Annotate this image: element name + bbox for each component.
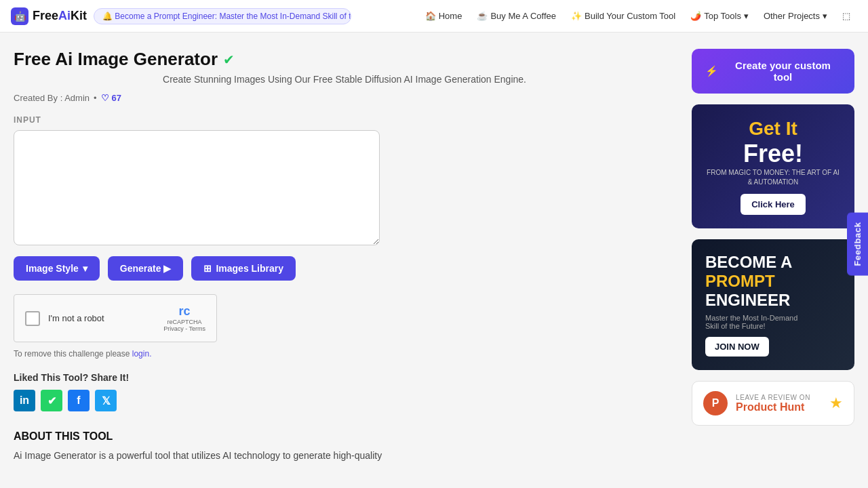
chevron-down-icon-2: ▾ bbox=[823, 11, 827, 21]
fire-icon: 🌶️ bbox=[690, 11, 701, 21]
share-icons: in ✔ f 𝕏 bbox=[14, 390, 675, 411]
images-library-label: Images Library bbox=[216, 263, 283, 274]
ph-name: Product Hunt bbox=[736, 401, 821, 413]
ad-free-text: Free! bbox=[705, 140, 841, 168]
tool-meta: Created By : Admin • ♡ 67 bbox=[14, 93, 675, 103]
recaptcha-subtext: To remove this challenge please login. bbox=[14, 349, 675, 359]
chevron-down-icon-3: ▾ bbox=[83, 263, 87, 274]
nav-other-projects[interactable]: Other Projects ▾ bbox=[757, 7, 834, 25]
nav-top-tools[interactable]: 🌶️ Top Tools ▾ bbox=[684, 7, 755, 25]
nav-buy-coffee[interactable]: ☕ Buy Me A Coffee bbox=[470, 7, 563, 25]
share-title: Liked This Tool? Share It! bbox=[14, 372, 675, 383]
recaptcha-privacy: Privacy bbox=[163, 325, 184, 332]
about-text: Ai Image Generator is a powerful tool th… bbox=[14, 448, 675, 463]
about-title: ABOUT THIS TOOL bbox=[14, 430, 675, 443]
lightning-icon: ⚡ bbox=[705, 65, 718, 77]
heart-icon: ♡ bbox=[101, 93, 109, 103]
recaptcha-brand: reCAPTCHA bbox=[163, 319, 205, 325]
created-by-label: Created By : Admin bbox=[14, 93, 90, 103]
logo-kit: Kit bbox=[71, 9, 87, 22]
product-hunt-card[interactable]: P LEAVE A REVIEW ON Product Hunt ★ bbox=[692, 381, 854, 426]
product-hunt-text: LEAVE A REVIEW ON Product Hunt bbox=[736, 394, 821, 413]
login-link[interactable]: login. bbox=[132, 349, 152, 359]
tool-subtitle: Create Stunning Images Using Our Free St… bbox=[14, 74, 675, 85]
navbar: 🤖 FreeAiKit 🔔 Become a Prompt Engineer: … bbox=[0, 0, 868, 33]
input-textarea[interactable] bbox=[14, 130, 380, 245]
sparkle-icon: ✨ bbox=[571, 11, 582, 21]
ph-leave-review: LEAVE A REVIEW ON bbox=[736, 394, 821, 401]
create-tool-button[interactable]: ⚡ Create your custom tool bbox=[692, 49, 854, 94]
facebook-share-icon[interactable]: f bbox=[68, 390, 90, 411]
chevron-down-icon: ▾ bbox=[744, 11, 749, 21]
library-icon: ⊞ bbox=[203, 263, 212, 274]
ad-get-free: Get It Free! FROM MAGIC TO MONEY: THE AR… bbox=[692, 104, 854, 228]
ad-get-it-text: Get It bbox=[705, 118, 841, 140]
main-content: Free Ai Image Generator ✔ Create Stunnin… bbox=[14, 49, 675, 463]
home-icon: 🏠 bbox=[425, 11, 436, 21]
recaptcha-checkbox[interactable] bbox=[25, 311, 40, 326]
navbar-right: 🏠 Home ☕ Buy Me A Coffee ✨ Build Your Cu… bbox=[418, 7, 857, 25]
product-hunt-logo: P bbox=[703, 391, 728, 415]
generate-label: Generate ▶ bbox=[120, 263, 172, 274]
ad-desc-text: Master the Most In-DemandSkill of the Fu… bbox=[705, 314, 841, 330]
ticker-banner: 🔔 Become a Prompt Engineer: Master the M… bbox=[94, 8, 351, 24]
linkedin-share-icon[interactable]: in bbox=[14, 390, 35, 411]
coffee-icon: ☕ bbox=[477, 11, 488, 21]
images-library-button[interactable]: ⊞ Images Library bbox=[191, 256, 296, 281]
recaptcha-terms: Terms bbox=[189, 325, 206, 332]
ad-prompt-text: PROMPT bbox=[705, 272, 841, 291]
logo-ai: Ai bbox=[58, 9, 71, 22]
logo-robot-icon: 🤖 bbox=[11, 7, 28, 25]
tool-title: Free Ai Image Generator bbox=[14, 49, 218, 70]
logo-free: Free bbox=[33, 9, 58, 22]
ad-engineer-text: ENGINEER bbox=[705, 291, 841, 310]
login-icon: ⬚ bbox=[842, 11, 850, 21]
button-row: Image Style ▾ Generate ▶ ⊞ Images Librar… bbox=[14, 256, 675, 281]
nav-home[interactable]: 🏠 Home bbox=[418, 7, 469, 25]
tool-title-row: Free Ai Image Generator ✔ bbox=[14, 49, 675, 70]
page-layout: Free Ai Image Generator ✔ Create Stunnin… bbox=[0, 33, 868, 479]
ad-become-text: BECOME A bbox=[705, 253, 841, 272]
ad-click-button[interactable]: Click Here bbox=[741, 194, 806, 215]
ad-join-button[interactable]: JOIN NOW bbox=[705, 337, 769, 357]
twitter-share-icon[interactable]: 𝕏 bbox=[95, 390, 117, 411]
feedback-tab[interactable]: Feedback bbox=[847, 212, 868, 275]
likes-count: ♡ 67 bbox=[101, 93, 121, 103]
recaptcha-label: I'm not a robot bbox=[48, 313, 104, 323]
recaptcha-logo: rc reCAPTCHA Privacy - Terms bbox=[163, 304, 205, 332]
ad-subtitle: FROM MAGIC TO MONEY: THE ART OF AI & AUT… bbox=[705, 168, 841, 187]
image-style-button[interactable]: Image Style ▾ bbox=[14, 256, 100, 281]
create-tool-label: Create your custom tool bbox=[725, 60, 841, 83]
site-logo[interactable]: 🤖 FreeAiKit bbox=[11, 7, 87, 25]
ticker-text: 🔔 Become a Prompt Engineer: Master the M… bbox=[102, 12, 351, 21]
whatsapp-share-icon[interactable]: ✔ bbox=[41, 390, 62, 411]
generate-button[interactable]: Generate ▶ bbox=[108, 256, 184, 281]
nav-build-custom[interactable]: ✨ Build Your Custom Tool bbox=[564, 7, 682, 25]
verified-badge: ✔ bbox=[223, 52, 235, 68]
input-section-label: INPUT bbox=[14, 115, 675, 125]
image-style-label: Image Style bbox=[26, 263, 79, 274]
nav-login[interactable]: ⬚ bbox=[835, 7, 857, 25]
ad-prompt-engineer: BECOME A PROMPT ENGINEER Master the Most… bbox=[692, 239, 854, 370]
sidebar: ⚡ Create your custom tool Get It Free! F… bbox=[692, 49, 854, 463]
recaptcha-box[interactable]: I'm not a robot rc reCAPTCHA Privacy - T… bbox=[14, 294, 217, 342]
ph-star-icon: ★ bbox=[829, 394, 843, 412]
